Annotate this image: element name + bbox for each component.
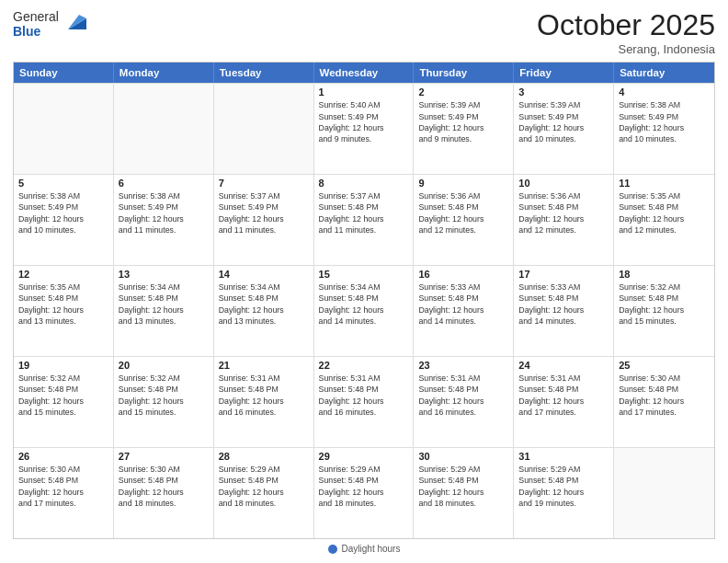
day-number: 20 xyxy=(119,360,209,371)
day-number: 4 xyxy=(619,86,710,98)
calendar-cell-12: 12Sunrise: 5:35 AM Sunset: 5:48 PM Dayli… xyxy=(14,266,114,356)
calendar-cell-1: 1Sunrise: 5:40 AM Sunset: 5:49 PM Daylig… xyxy=(314,84,415,174)
footer-daylight: Daylight hours xyxy=(328,544,401,554)
cell-info: Sunrise: 5:29 AM Sunset: 5:48 PM Dayligh… xyxy=(219,464,309,509)
cell-info: Sunrise: 5:34 AM Sunset: 5:48 PM Dayligh… xyxy=(219,282,309,327)
cell-info: Sunrise: 5:29 AM Sunset: 5:48 PM Dayligh… xyxy=(518,464,609,509)
calendar-cell-31: 31Sunrise: 5:29 AM Sunset: 5:48 PM Dayli… xyxy=(514,448,614,538)
calendar-cell-27: 27Sunrise: 5:30 AM Sunset: 5:48 PM Dayli… xyxy=(114,448,214,538)
day-number: 5 xyxy=(18,178,108,189)
calendar-cell-5: 5Sunrise: 5:38 AM Sunset: 5:49 PM Daylig… xyxy=(14,175,114,265)
cell-info: Sunrise: 5:32 AM Sunset: 5:48 PM Dayligh… xyxy=(18,373,108,418)
cell-info: Sunrise: 5:30 AM Sunset: 5:48 PM Dayligh… xyxy=(619,373,710,418)
day-number: 21 xyxy=(219,360,309,371)
calendar-cell-7: 7Sunrise: 5:37 AM Sunset: 5:49 PM Daylig… xyxy=(214,175,314,265)
calendar-cell-9: 9Sunrise: 5:36 AM Sunset: 5:48 PM Daylig… xyxy=(414,175,514,265)
cell-info: Sunrise: 5:29 AM Sunset: 5:48 PM Dayligh… xyxy=(418,464,508,509)
footer-daylight-label: Daylight hours xyxy=(342,544,401,554)
day-number: 13 xyxy=(119,269,209,280)
calendar-cell-25: 25Sunrise: 5:30 AM Sunset: 5:48 PM Dayli… xyxy=(614,357,714,447)
calendar-row-4: 19Sunrise: 5:32 AM Sunset: 5:48 PM Dayli… xyxy=(14,356,714,447)
calendar-row-3: 12Sunrise: 5:35 AM Sunset: 5:48 PM Dayli… xyxy=(14,265,714,356)
calendar-cell-14: 14Sunrise: 5:34 AM Sunset: 5:48 PM Dayli… xyxy=(214,266,314,356)
cell-info: Sunrise: 5:31 AM Sunset: 5:48 PM Dayligh… xyxy=(518,373,609,418)
cell-info: Sunrise: 5:37 AM Sunset: 5:49 PM Dayligh… xyxy=(219,190,309,236)
day-number: 27 xyxy=(119,451,209,462)
month-title: October 2025 xyxy=(537,9,715,41)
logo-general: General xyxy=(13,9,59,24)
calendar-cell-20: 20Sunrise: 5:32 AM Sunset: 5:48 PM Dayli… xyxy=(114,357,214,447)
day-number: 11 xyxy=(619,178,710,189)
calendar-cell-16: 16Sunrise: 5:33 AM Sunset: 5:48 PM Dayli… xyxy=(414,266,514,356)
day-number: 8 xyxy=(319,178,409,189)
calendar-cell-18: 18Sunrise: 5:32 AM Sunset: 5:48 PM Dayli… xyxy=(614,266,714,356)
title-block: October 2025 Serang, Indonesia xyxy=(537,9,715,56)
day-number: 22 xyxy=(319,360,409,371)
footer-dot-icon xyxy=(328,545,337,554)
day-number: 28 xyxy=(219,451,309,462)
day-number: 26 xyxy=(18,451,108,462)
footer: Daylight hours xyxy=(13,544,715,554)
day-number: 15 xyxy=(319,269,409,280)
header-day-friday: Friday xyxy=(514,63,614,83)
day-number: 12 xyxy=(18,269,108,280)
header-day-thursday: Thursday xyxy=(414,63,514,83)
cell-info: Sunrise: 5:32 AM Sunset: 5:48 PM Dayligh… xyxy=(119,373,209,418)
header-day-tuesday: Tuesday xyxy=(214,63,314,83)
logo-icon xyxy=(61,11,86,37)
calendar-row-2: 5Sunrise: 5:38 AM Sunset: 5:49 PM Daylig… xyxy=(14,174,714,265)
calendar-cell-3: 3Sunrise: 5:39 AM Sunset: 5:49 PM Daylig… xyxy=(514,84,614,174)
day-number: 14 xyxy=(219,269,309,280)
calendar-cell-29: 29Sunrise: 5:29 AM Sunset: 5:48 PM Dayli… xyxy=(314,448,415,538)
day-number: 17 xyxy=(518,269,609,280)
cell-info: Sunrise: 5:38 AM Sunset: 5:49 PM Dayligh… xyxy=(619,99,710,144)
page: General Blue October 2025 Serang, Indone… xyxy=(0,0,728,563)
cell-info: Sunrise: 5:30 AM Sunset: 5:48 PM Dayligh… xyxy=(18,464,108,509)
calendar-cell-22: 22Sunrise: 5:31 AM Sunset: 5:48 PM Dayli… xyxy=(314,357,415,447)
header: General Blue October 2025 Serang, Indone… xyxy=(13,9,715,56)
calendar-cell-empty-6 xyxy=(614,448,714,538)
calendar-row-5: 26Sunrise: 5:30 AM Sunset: 5:48 PM Dayli… xyxy=(14,447,714,538)
calendar-cell-24: 24Sunrise: 5:31 AM Sunset: 5:48 PM Dayli… xyxy=(514,357,614,447)
logo: General Blue xyxy=(13,9,86,39)
cell-info: Sunrise: 5:35 AM Sunset: 5:48 PM Dayligh… xyxy=(18,282,108,327)
calendar-cell-17: 17Sunrise: 5:33 AM Sunset: 5:48 PM Dayli… xyxy=(514,266,614,356)
day-number: 9 xyxy=(418,178,508,189)
logo-blue: Blue xyxy=(13,24,59,39)
calendar-cell-4: 4Sunrise: 5:38 AM Sunset: 5:49 PM Daylig… xyxy=(614,84,714,174)
day-number: 18 xyxy=(619,269,710,280)
calendar-cell-28: 28Sunrise: 5:29 AM Sunset: 5:48 PM Dayli… xyxy=(214,448,314,538)
calendar-cell-21: 21Sunrise: 5:31 AM Sunset: 5:48 PM Dayli… xyxy=(214,357,314,447)
header-day-saturday: Saturday xyxy=(614,63,714,83)
calendar-header: SundayMondayTuesdayWednesdayThursdayFrid… xyxy=(14,63,714,83)
day-number: 16 xyxy=(418,269,508,280)
day-number: 10 xyxy=(518,178,609,189)
calendar: SundayMondayTuesdayWednesdayThursdayFrid… xyxy=(13,62,715,539)
day-number: 1 xyxy=(319,86,409,98)
day-number: 19 xyxy=(18,360,108,371)
calendar-cell-8: 8Sunrise: 5:37 AM Sunset: 5:48 PM Daylig… xyxy=(314,175,415,265)
cell-info: Sunrise: 5:33 AM Sunset: 5:48 PM Dayligh… xyxy=(418,282,508,327)
cell-info: Sunrise: 5:38 AM Sunset: 5:49 PM Dayligh… xyxy=(119,190,209,236)
calendar-cell-10: 10Sunrise: 5:36 AM Sunset: 5:48 PM Dayli… xyxy=(514,175,614,265)
day-number: 24 xyxy=(518,360,609,371)
cell-info: Sunrise: 5:29 AM Sunset: 5:48 PM Dayligh… xyxy=(319,464,409,509)
cell-info: Sunrise: 5:38 AM Sunset: 5:49 PM Dayligh… xyxy=(18,190,108,236)
cell-info: Sunrise: 5:34 AM Sunset: 5:48 PM Dayligh… xyxy=(119,282,209,327)
day-number: 2 xyxy=(418,86,508,98)
day-number: 25 xyxy=(619,360,710,371)
cell-info: Sunrise: 5:39 AM Sunset: 5:49 PM Dayligh… xyxy=(418,99,508,144)
day-number: 6 xyxy=(119,178,209,189)
cell-info: Sunrise: 5:36 AM Sunset: 5:48 PM Dayligh… xyxy=(418,190,508,236)
location: Serang, Indonesia xyxy=(537,42,715,56)
cell-info: Sunrise: 5:31 AM Sunset: 5:48 PM Dayligh… xyxy=(418,373,508,418)
cell-info: Sunrise: 5:39 AM Sunset: 5:49 PM Dayligh… xyxy=(518,99,609,144)
calendar-cell-19: 19Sunrise: 5:32 AM Sunset: 5:48 PM Dayli… xyxy=(14,357,114,447)
header-day-sunday: Sunday xyxy=(14,63,114,83)
cell-info: Sunrise: 5:30 AM Sunset: 5:48 PM Dayligh… xyxy=(119,464,209,509)
cell-info: Sunrise: 5:31 AM Sunset: 5:48 PM Dayligh… xyxy=(319,373,409,418)
cell-info: Sunrise: 5:35 AM Sunset: 5:48 PM Dayligh… xyxy=(619,190,710,236)
cell-info: Sunrise: 5:34 AM Sunset: 5:48 PM Dayligh… xyxy=(319,282,409,327)
calendar-cell-empty-2 xyxy=(214,84,314,174)
day-number: 23 xyxy=(418,360,508,371)
